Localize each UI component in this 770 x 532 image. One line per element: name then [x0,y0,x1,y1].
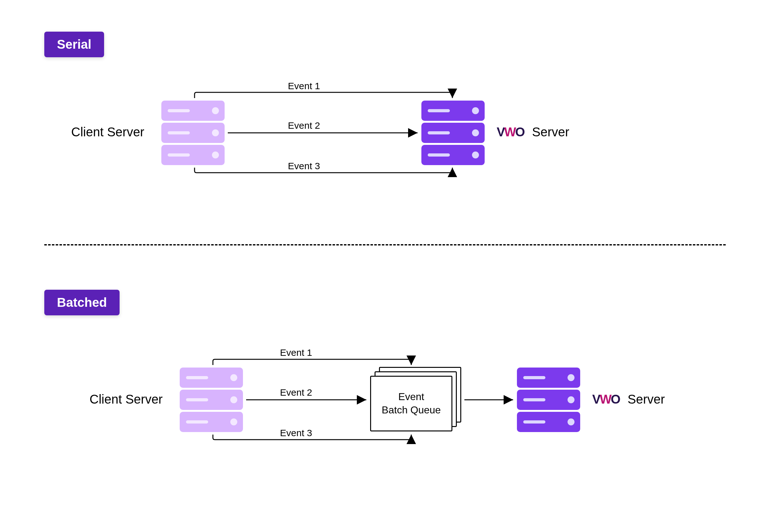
label-vwo-server-serial: V W O Server [497,125,569,139]
label-vwo-server-batched: V W O Server [592,392,665,406]
vwo-logo-o: O [515,125,525,139]
vwo-logo-w-b: W [600,392,612,406]
vwo-logo-o-b: O [611,392,620,406]
event-3-label-serial: Event 3 [288,161,320,171]
vwo-server-icon-serial [421,101,485,165]
label-client-server-batched: Client Server [90,392,163,406]
label-vwo-server-text-batched: Server [628,392,665,406]
vwo-logo-v: V [497,125,505,139]
event-batch-queue: Event Batch Queue [370,367,461,431]
event-3-label-batched: Event 3 [280,428,312,438]
arrows-batched [0,0,770,532]
vwo-logo-w: W [504,125,516,139]
client-server-icon-serial [161,101,225,165]
badge-serial: Serial [44,32,104,57]
event-1-label-serial: Event 1 [288,81,320,91]
label-client-server-serial: Client Server [71,125,144,139]
section-divider [44,244,726,245]
vwo-logo-batched: V W O [592,392,620,406]
label-vwo-server-text-serial: Server [532,125,569,139]
vwo-logo-v-b: V [592,392,600,406]
vwo-logo-serial: V W O [497,125,525,139]
client-server-icon-batched [180,368,243,432]
queue-line2: Batch Queue [382,404,441,417]
vwo-server-icon-batched [517,368,580,432]
badge-batched: Batched [44,290,120,315]
event-2-label-batched: Event 2 [280,387,312,398]
event-1-label-batched: Event 1 [280,347,312,358]
queue-line1: Event [398,390,424,404]
arrows-serial [0,0,770,244]
event-2-label-serial: Event 2 [288,120,320,131]
